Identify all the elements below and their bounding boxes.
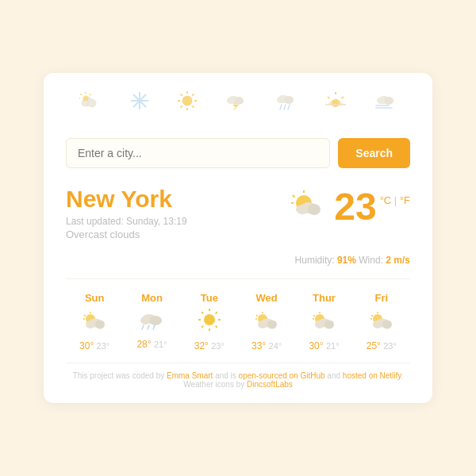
forecast-day-label: Sun: [85, 292, 105, 304]
footer: This project was coded by Emma Smart and…: [66, 363, 410, 389]
svg-point-38: [384, 97, 393, 105]
svg-line-5: [90, 94, 91, 96]
svg-point-27: [284, 96, 294, 104]
svg-point-39: [377, 98, 385, 104]
svg-line-18: [181, 94, 182, 96]
forecast-day: Wed 33° 24°: [238, 292, 295, 351]
temp-block: 23 °C | °F: [334, 188, 410, 226]
forecast-temps: 28° 21°: [136, 339, 167, 350]
strip-icon-sunny: [177, 90, 198, 116]
svg-line-31: [288, 105, 290, 109]
forecast-high: 25°: [367, 340, 381, 351]
svg-point-32: [332, 99, 340, 107]
svg-point-62: [204, 314, 215, 325]
forecast-day-icon: [253, 308, 280, 336]
footer-netlify-link[interactable]: hosted on Netlify: [343, 371, 401, 380]
forecast-day-icon: [368, 308, 395, 336]
forecast-low: 23°: [211, 341, 225, 351]
svg-line-67: [202, 312, 203, 313]
forecast-day: Fri 25° 23°: [353, 292, 410, 351]
forecast-low: 21°: [326, 341, 340, 351]
forecast-day: Mon 28° 21°: [123, 292, 180, 351]
footer-author-link[interactable]: Emma Smart: [167, 371, 213, 380]
svg-line-68: [216, 326, 217, 328]
svg-line-29: [280, 105, 282, 109]
forecast-temps: 25° 23°: [367, 340, 397, 351]
svg-line-35: [342, 97, 344, 98]
search-button[interactable]: Search: [338, 138, 410, 168]
forecast-day: Thur 30° 21°: [295, 292, 352, 351]
svg-point-48: [308, 204, 321, 215]
svg-point-90: [373, 321, 382, 328]
svg-point-13: [182, 96, 192, 106]
forecast-day-label: Tue: [201, 292, 218, 304]
svg-line-87: [371, 315, 373, 317]
svg-line-34: [328, 97, 330, 98]
svg-line-69: [216, 312, 217, 313]
svg-point-24: [227, 98, 235, 104]
unit-celsius[interactable]: °C: [380, 194, 392, 206]
humidity-value: 91%: [337, 255, 356, 266]
svg-point-3: [83, 96, 89, 102]
forecast-day-icon: [138, 308, 165, 335]
svg-line-73: [256, 315, 258, 317]
footer-icons-link[interactable]: DincsoftLabs: [247, 380, 293, 389]
strip-icon-partly-cloudy: [79, 91, 102, 115]
svg-point-76: [258, 321, 267, 328]
svg-point-91: [382, 321, 392, 329]
weather-condition: Overcast clouds: [66, 228, 187, 240]
footer-github-link[interactable]: open-sourced on GitHub: [239, 371, 325, 380]
temp-units: °C | °F: [380, 194, 410, 206]
svg-line-44: [293, 195, 295, 198]
unit-separator: |: [394, 194, 400, 206]
unit-fahrenheit[interactable]: °F: [400, 194, 410, 206]
svg-line-61: [153, 325, 155, 329]
footer-text-before: This project was coded by: [73, 371, 167, 380]
forecast-temps: 33° 24°: [251, 340, 282, 351]
wind-label: Wind:: [359, 255, 386, 266]
svg-point-54: [86, 321, 95, 328]
footer-text-mid2: and: [325, 371, 343, 380]
forecast-day-icon: [310, 308, 337, 336]
svg-line-60: [148, 325, 149, 329]
svg-line-80: [313, 315, 315, 317]
svg-line-59: [142, 325, 144, 329]
svg-line-70: [202, 326, 203, 328]
footer-text-mid1: and is: [213, 371, 238, 380]
svg-line-30: [284, 105, 286, 109]
strip-icon-rainy: [275, 90, 298, 116]
forecast-low: 21°: [154, 340, 167, 349]
current-weather-icon: [286, 186, 328, 228]
svg-line-51: [84, 315, 86, 317]
forecast-day-icon: [198, 308, 221, 336]
forecast-high: 30°: [79, 340, 94, 351]
main-card: Search New York Last updated: Sunday, 13…: [44, 73, 432, 403]
last-updated: Last updated: Sunday, 13:19: [66, 216, 187, 227]
svg-point-58: [140, 317, 150, 324]
svg-line-20: [193, 94, 194, 96]
forecast-day: Sun 30° 23°: [66, 292, 123, 351]
forecast-temps: 32° 23°: [194, 340, 225, 351]
search-row: Search: [66, 138, 410, 168]
forecast-low: 23°: [97, 341, 110, 351]
forecast-high: 32°: [194, 340, 209, 351]
svg-line-19: [193, 106, 194, 107]
strip-icon-sunset: [324, 90, 347, 116]
forecast-day-label: Wed: [256, 292, 278, 304]
svg-line-21: [181, 106, 182, 107]
temperature-value: 23: [334, 188, 376, 226]
search-input[interactable]: [66, 138, 330, 168]
forecast-temps: 30° 21°: [309, 340, 339, 351]
svg-point-77: [267, 321, 277, 329]
current-right: 23 °C | °F: [286, 186, 410, 228]
forecast-day-label: Fri: [374, 292, 388, 304]
svg-point-84: [324, 321, 334, 329]
forecast-high: 28°: [136, 339, 151, 350]
icon-strip: [66, 90, 410, 124]
svg-point-47: [296, 205, 309, 214]
humidity-wind-row: Humidity: 91% Wind: 2 m/s: [66, 255, 410, 266]
forecast-high: 30°: [309, 340, 323, 351]
svg-point-28: [277, 97, 285, 103]
svg-point-1: [88, 99, 96, 107]
forecast-day-label: Thur: [313, 292, 336, 304]
